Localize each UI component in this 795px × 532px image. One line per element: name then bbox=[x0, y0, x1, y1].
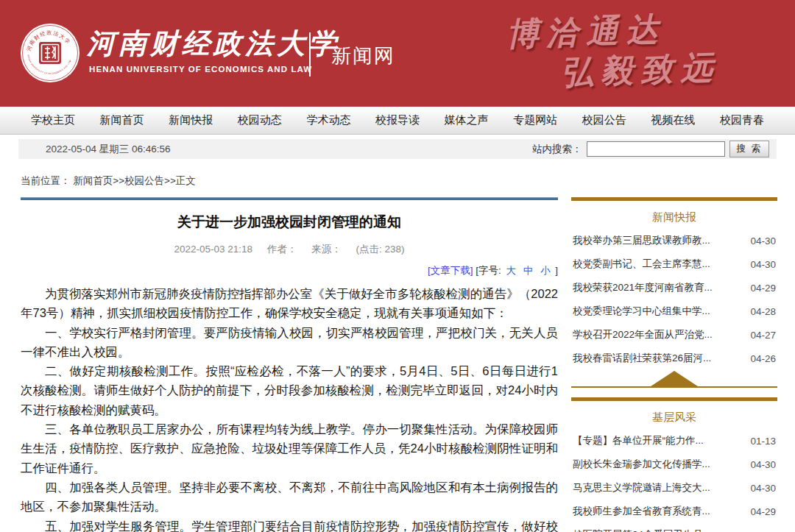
breadcrumb-label: 当前位置： bbox=[21, 175, 71, 186]
list-item[interactable]: 学校召开2022年全面从严治党... 04-27 bbox=[573, 323, 776, 347]
article-paragraph: 四、加强各类人员管理。坚持非必要不离校、不离郑，不前往中高风险地区和有本土病例报… bbox=[21, 478, 558, 517]
list-item-date: 04-28 bbox=[750, 530, 776, 532]
list-item-title: 【专题】各单位开展“能力作... bbox=[573, 434, 704, 447]
search-button[interactable]: 搜 索 bbox=[729, 141, 769, 157]
list-item[interactable]: 校医院开展第34个爱国卫生月... 04-28 bbox=[573, 523, 776, 532]
article-author-label: 作者： bbox=[267, 244, 297, 255]
toolbar: 2022-05-04 星期三 06:46:56 站内搜索： 搜 索 bbox=[18, 139, 777, 159]
list-item[interactable]: 【专题】各单位开展“能力作... 01-13 bbox=[573, 429, 776, 453]
sidebar-section-title: 基层风采 bbox=[571, 411, 777, 425]
article-clicks: (点击: 238) bbox=[356, 244, 404, 255]
list-item[interactable]: 马克思主义学院邀请上海交大... 04-30 bbox=[573, 476, 776, 500]
site-name: 新闻网 bbox=[331, 43, 395, 69]
nav-item-campus-youth[interactable]: 校园青春 bbox=[720, 113, 764, 127]
fontsize-medium-link[interactable]: 中 bbox=[523, 265, 534, 276]
list-item[interactable]: 副校长朱金瑞参加文化传播学... 04-30 bbox=[573, 453, 776, 476]
article-meta: 2022-05-03 21:18 作者： 来源： (点击: 238) bbox=[21, 243, 558, 256]
list-item-title: 副校长朱金瑞参加文化传播学... bbox=[573, 458, 710, 471]
article-paragraph: 五、加强对学生服务管理。学生管理部门要结合目前疫情防控形势，加强疫情防控宣传，做… bbox=[21, 517, 558, 532]
fontsize-small-link[interactable]: 小 bbox=[540, 265, 551, 276]
list-item-date: 04-30 bbox=[750, 459, 776, 470]
list-item-date: 04-27 bbox=[750, 330, 776, 341]
news-article-page: 河南财经政法大学 HENAN UNIVERSITY OF ECONOMICS A… bbox=[0, 0, 795, 532]
list-item-title: 我校春雷话剧社荣获第26届河... bbox=[573, 352, 711, 365]
article-paragraph: 三、各单位教职员工居家办公，所有课程均转为线上教学。停办一切聚集性活动。为保障校… bbox=[21, 419, 558, 478]
search-label: 站内搜索： bbox=[532, 143, 582, 156]
nav-item-special-sites[interactable]: 专题网站 bbox=[513, 113, 557, 127]
university-name-zh: 河南财经政法大学 bbox=[87, 25, 340, 63]
article-paragraph: 二、做好定期核酸检测工作。按照“应检必检，不落一人”的要求，5月4日、5日、6日… bbox=[21, 361, 558, 419]
nav-item-media-voice[interactable]: 媒体之声 bbox=[445, 113, 489, 127]
list-item-date: 04-30 bbox=[750, 259, 776, 270]
nav-item-news-home[interactable]: 新闻首页 bbox=[100, 113, 144, 127]
article-paragraph: 为贯彻落实郑州市新冠肺炎疫情防控指挥部办公室《关于做好全市多轮核酸检测的通告》（… bbox=[21, 284, 558, 323]
sidebar-section-grassroots: 基层风采 【专题】各单位开展“能力作... 01-13 副校长朱金瑞参加文化传播… bbox=[571, 397, 777, 532]
current-datetime: 2022-05-04 星期三 06:46:56 bbox=[46, 143, 171, 156]
university-seal-icon: 河南财经政法大学 HENAN UNIVERSITY OF ECONOMICS A… bbox=[21, 24, 80, 82]
breadcrumb: 当前位置： 新闻首页>>校园公告>>正文 bbox=[21, 174, 774, 188]
fontsize-label: [字号: bbox=[476, 265, 501, 276]
nav-item-paper-digest[interactable]: 校报导读 bbox=[375, 113, 420, 127]
news-bulletin-list: 我校举办第三届思政课教师教... 04-30 校党委副书记、工会主席李慧... … bbox=[571, 229, 777, 370]
nav-item-school-home[interactable]: 学校主页 bbox=[31, 113, 75, 127]
article-body: 为贯彻落实郑州市新冠肺炎疫情防控指挥部办公室《关于做好全市多轮核酸检测的通告》（… bbox=[21, 284, 558, 532]
list-item-date: 04-30 bbox=[750, 235, 776, 247]
list-item-title: 我校举办第三届思政课教师教... bbox=[573, 234, 710, 247]
list-item-title: 校党委副书记、工会主席李慧... bbox=[573, 258, 710, 271]
sidebar-section-news-bulletin: 新闻快报 我校举办第三届思政课教师教... 04-30 校党委副书记、工会主席李… bbox=[571, 197, 777, 388]
article-paragraph: 一、学校实行严格封闭管理。要严防疫情输入校园，切实严格校园管理，严把校门关，无关… bbox=[21, 323, 558, 362]
list-item[interactable]: 我校荣获2021年度河南省教育... 04-29 bbox=[573, 276, 776, 299]
list-item-date: 04-28 bbox=[750, 306, 776, 317]
nav-item-academic-news[interactable]: 学术动态 bbox=[306, 113, 350, 127]
article-datetime: 2022-05-03 21:18 bbox=[174, 244, 253, 255]
list-item-title: 马克思主义学院邀请上海交大... bbox=[573, 481, 710, 494]
list-item-title: 校医院开展第34个爱国卫生月... bbox=[573, 528, 711, 532]
list-item[interactable]: 我校举办第三届思政课教师教... 04-30 bbox=[573, 229, 776, 252]
article-column: 关于进一步加强校园封闭管理的通知 2022-05-03 21:18 作者： 来源… bbox=[21, 197, 558, 532]
article-tools: [文章下载] [字号: 大 中 小 ] bbox=[21, 264, 558, 277]
masthead: 河南财经政法大学 HENAN UNIVERSITY OF ECONOMICS A… bbox=[0, 0, 795, 107]
university-name-en: HENAN UNIVERSITY OF ECONOMICS AND LAW bbox=[89, 65, 312, 74]
sidebar-section-divider bbox=[571, 370, 777, 388]
list-item-title: 校党委理论学习中心组集中学... bbox=[573, 305, 710, 318]
list-item-date: 01-13 bbox=[750, 436, 776, 447]
list-item-date: 04-29 bbox=[750, 283, 776, 294]
masthead-divider bbox=[309, 32, 311, 77]
content-area: 关于进一步加强校园封闭管理的通知 2022-05-03 21:18 作者： 来源… bbox=[0, 197, 795, 532]
article-top-rule bbox=[21, 197, 558, 200]
main-nav: 学校主页 新闻首页 新闻快报 校园动态 学术动态 校报导读 媒体之声 专题网站 … bbox=[0, 107, 795, 135]
sidebar: 新闻快报 我校举办第三届思政课教师教... 04-30 校党委副书记、工会主席李… bbox=[571, 197, 777, 532]
breadcrumb-path[interactable]: 新闻首页>>校园公告>>正文 bbox=[73, 175, 196, 186]
list-item-date: 04-26 bbox=[750, 353, 776, 364]
sidebar-section-title: 新闻快报 bbox=[571, 210, 777, 224]
nav-item-campus-notice[interactable]: 校园公告 bbox=[582, 113, 626, 127]
triangle-up-icon bbox=[651, 371, 698, 386]
fontsize-label-close: ] bbox=[555, 265, 558, 276]
list-item-title: 我校师生参加全省教育系统青... bbox=[573, 505, 710, 518]
list-item-title: 我校荣获2021年度河南省教育... bbox=[573, 281, 713, 294]
download-article-link[interactable]: [文章下载] bbox=[428, 265, 473, 276]
search-input[interactable] bbox=[587, 141, 725, 157]
motto-line2: 弘毅致远 bbox=[560, 46, 721, 95]
list-item[interactable]: 校党委理论学习中心组集中学... 04-28 bbox=[573, 299, 776, 323]
list-item[interactable]: 校党委副书记、工会主席李慧... 04-30 bbox=[573, 252, 776, 276]
nav-item-video-online[interactable]: 视频在线 bbox=[651, 113, 695, 127]
article-source-label: 来源： bbox=[311, 244, 342, 255]
page-title: 关于进一步加强校园封闭管理的通知 bbox=[21, 213, 558, 232]
list-item-title: 学校召开2022年全面从严治党... bbox=[573, 328, 713, 341]
nav-item-news-bulletin[interactable]: 新闻快报 bbox=[169, 113, 213, 127]
list-item-date: 04-29 bbox=[750, 506, 776, 517]
nav-item-campus-news[interactable]: 校园动态 bbox=[238, 113, 282, 127]
site-search: 站内搜索： 搜 索 bbox=[532, 141, 769, 157]
list-item[interactable]: 我校师生参加全省教育系统青... 04-29 bbox=[573, 500, 776, 523]
list-item-date: 04-30 bbox=[750, 483, 776, 494]
grassroots-list: 【专题】各单位开展“能力作... 01-13 副校长朱金瑞参加文化传播学... … bbox=[571, 429, 777, 532]
fontsize-large-link[interactable]: 大 bbox=[506, 265, 516, 276]
list-item[interactable]: 我校春雷话剧社荣获第26届河... 04-26 bbox=[573, 347, 776, 370]
